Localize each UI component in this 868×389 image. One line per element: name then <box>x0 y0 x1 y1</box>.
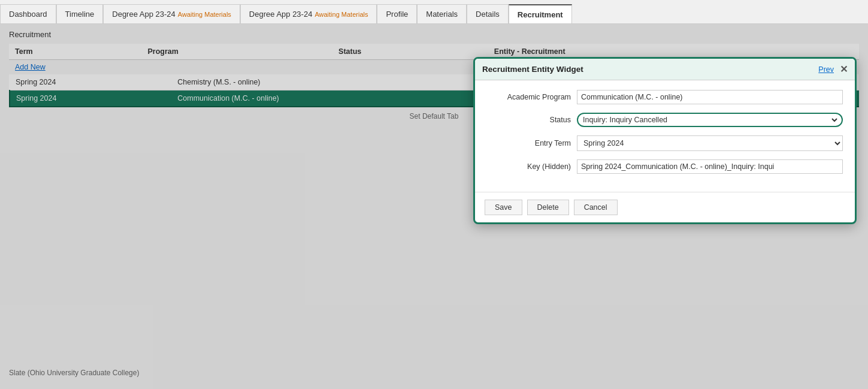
delete-button[interactable]: Delete <box>527 200 569 215</box>
modal-close-button[interactable]: ✕ <box>840 64 848 75</box>
academic-program-input[interactable] <box>577 90 843 104</box>
status-select-highlighted: Inquiry: Inquiry CancelledInquiryInquiry… <box>577 113 843 127</box>
modal-header-right: Prev ✕ <box>818 64 848 75</box>
key-hidden-input[interactable] <box>577 159 843 174</box>
form-row-key-hidden: Key (Hidden) <box>487 159 843 174</box>
entry-term-select[interactable]: Spring 2024Fall 2024Spring 2025 <box>577 135 843 151</box>
tab-degree-app-2[interactable]: Degree App 23-24 Awaiting Materials <box>240 4 377 23</box>
modal-title: Recruitment Entity Widget <box>482 65 583 74</box>
tab-degree-app-1[interactable]: Degree App 23-24 Awaiting Materials <box>103 4 240 23</box>
key-hidden-label: Key (Hidden) <box>487 162 571 171</box>
save-button[interactable]: Save <box>485 200 522 215</box>
tab-bar: Dashboard Timeline Degree App 23-24 Awai… <box>0 0 868 24</box>
tab-recruitment[interactable]: Recruitment <box>509 4 572 23</box>
tab-materials[interactable]: Materials <box>417 4 467 23</box>
tab-dashboard[interactable]: Dashboard <box>0 4 56 23</box>
entry-term-label: Entry Term <box>487 139 571 147</box>
tab-timeline[interactable]: Timeline <box>56 4 104 23</box>
main-content: Recruitment Term Program Status Entity -… <box>0 24 868 389</box>
modal-header: Recruitment Entity Widget Prev ✕ <box>475 59 855 80</box>
tab-details[interactable]: Details <box>467 4 509 23</box>
cancel-button[interactable]: Cancel <box>574 200 618 215</box>
tab-profile[interactable]: Profile <box>377 4 417 23</box>
modal-prev-link[interactable]: Prev <box>818 65 834 74</box>
modal-body: Academic Program Status Inquiry: Inquiry… <box>475 80 855 192</box>
modal-footer: Save Delete Cancel <box>475 192 855 222</box>
form-row-academic-program: Academic Program <box>487 90 843 104</box>
form-row-status: Status Inquiry: Inquiry CancelledInquiry… <box>487 113 843 127</box>
modal-dialog: Recruitment Entity Widget Prev ✕ Academi… <box>473 57 857 224</box>
form-row-entry-term: Entry Term Spring 2024Fall 2024Spring 20… <box>487 135 843 151</box>
status-select[interactable]: Inquiry: Inquiry CancelledInquiryInquiry… <box>580 115 839 125</box>
academic-program-label: Academic Program <box>487 93 571 101</box>
status-select-wrapper: Inquiry: Inquiry CancelledInquiryInquiry… <box>577 113 843 127</box>
status-label: Status <box>487 116 571 124</box>
